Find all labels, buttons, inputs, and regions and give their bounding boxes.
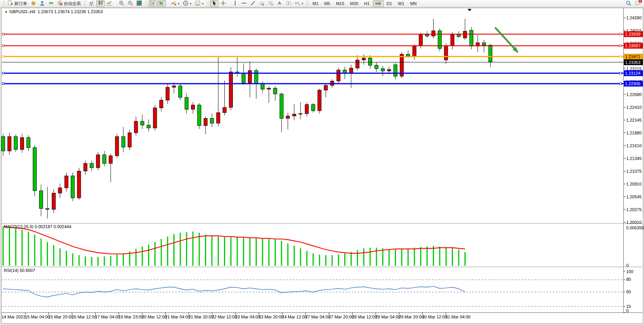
tile-windows-button[interactable]: [135, 0, 143, 7]
auto-scroll-button[interactable]: [149, 0, 157, 7]
chart-ohlc-values: 1.23673 1.23674 1.23236 1.23353: [38, 9, 102, 14]
rsi-indicator-label: RSI(14) 50.8007: [4, 268, 35, 273]
toolbar-grip: [207, 1, 208, 6]
chevron-down-icon: ▾: [178, 2, 179, 5]
macd-name: MACD(12,26,9): [4, 224, 33, 229]
clock-icon: [183, 0, 188, 7]
chevron-down-icon: ▾: [202, 2, 203, 5]
new-order-button-label: 新订单: [14, 1, 27, 7]
arrows-icon: [295, 0, 300, 7]
crosshair-button[interactable]: [219, 0, 227, 7]
label-icon: T: [286, 0, 291, 7]
svg-text:E: E: [262, 3, 264, 6]
metaeditor-button[interactable]: [29, 0, 38, 7]
crosshair-icon: [220, 0, 226, 7]
indicators-icon: [171, 0, 176, 7]
bubble-icon: 1: [635, 0, 641, 7]
chevron-down-icon: ▾: [190, 2, 191, 5]
toolbar-grip: [3, 1, 5, 6]
timeframe-button-M30[interactable]: M30: [347, 0, 361, 7]
macd-indicator-label: MACD(12,26,9) 0.002187 0.002444: [4, 224, 71, 229]
autotrade-icon: [57, 0, 63, 7]
candles-icon: [98, 0, 103, 7]
label-button[interactable]: T: [284, 0, 293, 7]
zoom-in-icon: [119, 0, 124, 7]
hline-icon: [241, 0, 247, 7]
chart-symbol-period: GBPUSD-,H4: [9, 9, 35, 14]
chart-title-bar: ▼GBPUSD-,H4 1.23673 1.23674 1.23236 1.23…: [5, 9, 103, 14]
periods-button[interactable]: ▾: [181, 0, 193, 7]
fibo-button[interactable]: F: [266, 0, 275, 7]
cursor-button[interactable]: [210, 0, 219, 7]
cursor-icon: [212, 0, 217, 7]
macd-value: 0.002187: [34, 224, 52, 229]
arrows-button[interactable]: ▾: [293, 0, 305, 7]
market-watch-button[interactable]: [38, 0, 46, 7]
new-order-icon: [8, 0, 13, 7]
toolbar-grip: [145, 1, 147, 6]
templates-button[interactable]: ▾: [193, 0, 205, 7]
text-icon: A: [277, 0, 282, 7]
search-icon: [626, 0, 631, 7]
green-signal-icon: [48, 0, 54, 7]
zoom-out-button[interactable]: [126, 0, 135, 7]
macd-signal-value: 0.002444: [53, 224, 71, 229]
signals-button[interactable]: [47, 0, 55, 7]
svg-text:T: T: [288, 2, 290, 5]
toolbar-separator: [167, 1, 168, 6]
new-order-button[interactable]: 新订单: [6, 0, 29, 7]
autoscroll-icon: [150, 0, 155, 7]
trendline-icon: [250, 0, 256, 7]
autotrading-button-label: 自动交易: [64, 1, 81, 7]
chart-shift-button[interactable]: [157, 0, 166, 7]
timeframe-button-D1[interactable]: D1: [384, 0, 395, 7]
hline-button[interactable]: [240, 0, 248, 7]
channel-icon: E: [259, 0, 265, 7]
toolbar-grip: [84, 1, 86, 6]
rsi-name: RSI(14): [4, 268, 19, 273]
timeframe-button-M15[interactable]: M15: [333, 0, 347, 7]
toolbar-separator: [229, 1, 229, 6]
timeframe-button-M5[interactable]: M5: [321, 0, 333, 7]
main-toolbar: 新订单自动交易▾▾▾EFAT▾M1M5M15M30H1H4D1W1MN1: [0, 0, 644, 7]
channel-button[interactable]: E: [258, 0, 266, 7]
tiles-icon: [137, 0, 142, 7]
notifications-button[interactable]: 1: [633, 0, 642, 7]
chevron-down-icon: ▾: [302, 2, 303, 5]
candle-chart-button[interactable]: [96, 0, 105, 7]
rsi-value: 50.8007: [20, 268, 35, 273]
timeframe-button-W1[interactable]: W1: [395, 0, 407, 7]
chart-window: [1, 8, 643, 324]
vline-icon: [232, 0, 238, 7]
bars-icon: [89, 0, 94, 7]
template-icon: [195, 0, 200, 7]
fibo-icon: F: [268, 0, 273, 7]
text-button[interactable]: A: [275, 0, 284, 7]
trendline-button[interactable]: [249, 0, 257, 7]
timeframe-button-M1[interactable]: M1: [310, 0, 321, 7]
timeframe-button-MN[interactable]: MN: [407, 0, 419, 7]
toolbar-separator: [115, 1, 116, 6]
autotrading-button[interactable]: 自动交易: [56, 0, 82, 7]
zoom-out-icon: [128, 0, 133, 7]
toolbar-grip: [306, 1, 308, 6]
indicators-button[interactable]: ▾: [169, 0, 181, 7]
timeframe-button-H1[interactable]: H1: [361, 0, 372, 7]
blue-person-icon: [39, 0, 45, 7]
collapse-objects-icon[interactable]: ▼: [5, 10, 8, 14]
svg-text:A: A: [278, 1, 281, 5]
search-button[interactable]: [624, 0, 633, 7]
bar-chart-button[interactable]: [87, 0, 96, 7]
zoom-in-button[interactable]: [117, 0, 126, 7]
timeframe-button-H4[interactable]: H4: [373, 0, 384, 7]
line-icon: [107, 0, 112, 7]
notification-count-badge: 1: [638, 0, 642, 3]
gold-diamond-icon: [31, 0, 36, 7]
vline-button[interactable]: [231, 0, 239, 7]
chartshift-icon: [159, 0, 164, 7]
svg-text:F: F: [272, 3, 273, 6]
line-chart-button[interactable]: [105, 0, 114, 7]
